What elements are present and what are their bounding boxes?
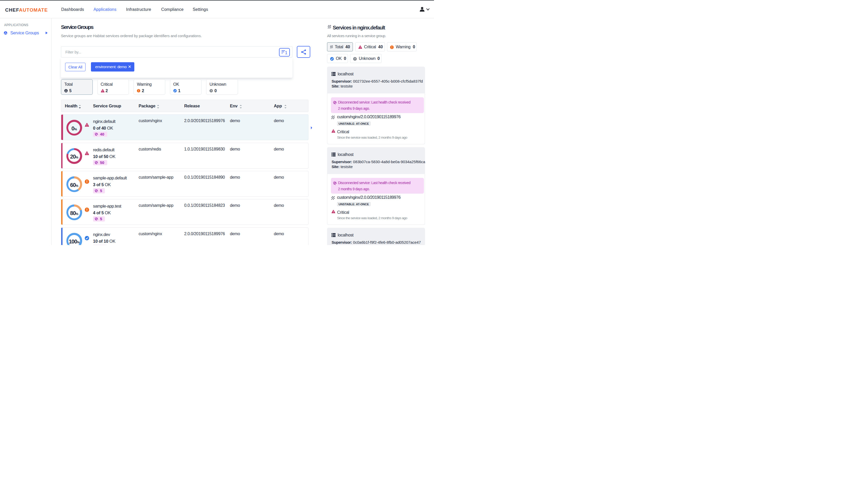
svg-text:?: ? [354, 57, 356, 60]
svg-text:1: 1 [285, 50, 287, 55]
svg-text:?: ? [211, 90, 212, 92]
